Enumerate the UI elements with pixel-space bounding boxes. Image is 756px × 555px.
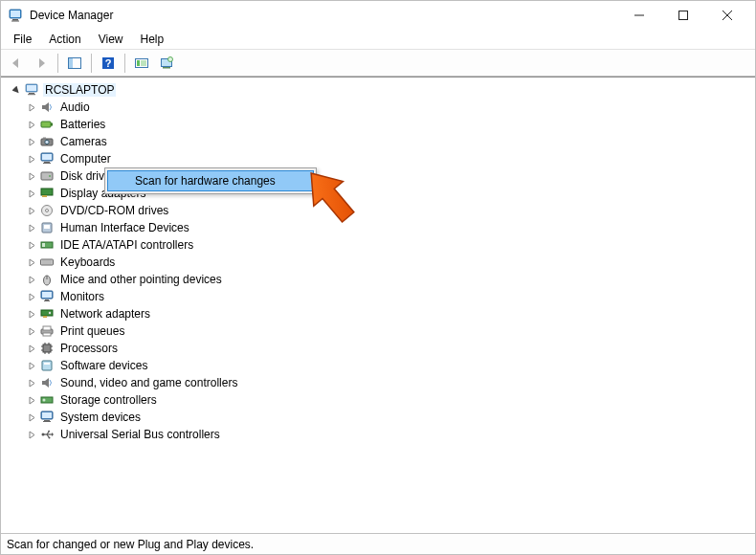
back-button[interactable] xyxy=(5,52,28,75)
status-text: Scan for changed or new Plug and Play de… xyxy=(7,538,254,551)
svg-rect-20 xyxy=(29,93,34,94)
tree-node-label: Universal Serial Bus controllers xyxy=(58,428,222,441)
expander-icon[interactable] xyxy=(26,291,37,302)
svg-rect-30 xyxy=(43,163,51,164)
expander-icon[interactable] xyxy=(26,274,37,285)
tree-node[interactable]: Processors xyxy=(1,340,755,357)
forward-button[interactable] xyxy=(30,52,53,75)
svg-rect-38 xyxy=(44,225,50,229)
tree-node[interactable]: DVD/CD-ROM drives xyxy=(1,202,755,219)
context-menu: Scan for hardware changes xyxy=(104,167,317,194)
expander-icon[interactable] xyxy=(26,188,37,199)
device-category-icon xyxy=(39,100,55,115)
expander-icon[interactable] xyxy=(26,170,37,182)
expander-icon[interactable] xyxy=(26,153,37,165)
tree-node[interactable]: Monitors xyxy=(1,288,755,305)
expander-icon[interactable] xyxy=(26,411,37,423)
tree-node[interactable]: Storage controllers xyxy=(1,391,755,409)
expander-icon[interactable] xyxy=(26,239,37,251)
svg-rect-54 xyxy=(43,326,51,330)
svg-rect-56 xyxy=(43,344,51,352)
tree-node-label: Processors xyxy=(58,342,120,355)
svg-rect-16 xyxy=(163,67,170,69)
tree-node[interactable]: Audio xyxy=(1,99,755,116)
expander-icon[interactable] xyxy=(26,308,37,320)
tree-node[interactable]: Cameras xyxy=(1,133,755,150)
tree-root-node[interactable]: RCSLAPTOP xyxy=(1,81,755,99)
context-menu-item-label: Scan for hardware changes xyxy=(135,174,276,188)
device-category-icon xyxy=(39,358,55,373)
svg-rect-5 xyxy=(679,11,688,20)
tree-node[interactable]: Computer xyxy=(1,150,755,167)
tree-node[interactable]: Software devices xyxy=(1,357,755,374)
svg-rect-47 xyxy=(42,292,52,298)
menu-help[interactable]: Help xyxy=(132,31,173,48)
tree-node-label: Sound, video and game controllers xyxy=(58,376,239,389)
expander-icon[interactable] xyxy=(11,84,22,96)
svg-rect-9 xyxy=(69,58,73,68)
svg-rect-13 xyxy=(137,60,140,66)
help-button[interactable]: ? xyxy=(97,52,120,75)
scan-hardware-button[interactable] xyxy=(130,52,153,75)
expander-icon[interactable] xyxy=(26,119,37,130)
svg-rect-28 xyxy=(42,154,52,160)
expander-icon[interactable] xyxy=(26,205,37,216)
svg-rect-75 xyxy=(48,431,50,433)
svg-point-76 xyxy=(49,437,51,439)
expander-icon[interactable] xyxy=(26,136,37,147)
menu-view[interactable]: View xyxy=(90,31,132,48)
tree-node-label: Mice and other pointing devices xyxy=(58,273,224,286)
tree-node[interactable]: Sound, video and game controllers xyxy=(1,374,755,391)
device-category-icon xyxy=(39,427,55,442)
menubar: File Action View Help xyxy=(1,30,755,50)
expander-icon[interactable] xyxy=(26,360,37,371)
tree-node[interactable]: Keyboards xyxy=(1,254,755,271)
device-category-icon xyxy=(39,168,55,184)
menu-file[interactable]: File xyxy=(5,31,40,48)
toolbar-separator xyxy=(124,54,125,73)
tree-node[interactable]: Mice and other pointing devices xyxy=(1,271,755,288)
close-button[interactable] xyxy=(705,1,749,30)
expander-icon[interactable] xyxy=(26,394,37,406)
tree-node[interactable]: IDE ATA/ATAPI controllers xyxy=(1,236,755,254)
expander-icon[interactable] xyxy=(26,377,37,388)
device-category-icon xyxy=(39,323,55,339)
tree-node-label: Print queues xyxy=(58,324,126,338)
tree-node[interactable]: Network adapters xyxy=(1,305,755,322)
minimize-button[interactable] xyxy=(617,1,661,30)
maximize-button[interactable] xyxy=(661,1,705,30)
tree-node[interactable]: Universal Serial Bus controllers xyxy=(1,426,755,443)
context-menu-scan-hardware[interactable]: Scan for hardware changes xyxy=(107,170,314,191)
tree-node-label: Network adapters xyxy=(58,307,152,321)
expander-icon[interactable] xyxy=(26,343,37,354)
tree-node[interactable]: Print queues xyxy=(1,322,755,340)
expander-icon[interactable] xyxy=(26,325,37,337)
expander-icon[interactable] xyxy=(26,222,37,233)
device-manager-window: PC.com Device Manager File Ac xyxy=(0,0,756,555)
tree-node[interactable]: Human Interface Devices xyxy=(1,219,755,236)
menu-action[interactable]: Action xyxy=(40,31,89,48)
svg-rect-26 xyxy=(43,138,46,140)
app-icon xyxy=(7,7,24,24)
svg-point-36 xyxy=(46,210,49,212)
tree-node[interactable]: Batteries xyxy=(1,116,755,133)
tree-node-label: Monitors xyxy=(58,290,106,303)
tree-node-label: Batteries xyxy=(58,118,107,131)
device-category-icon xyxy=(39,255,55,270)
add-hardware-button[interactable] xyxy=(155,52,178,75)
device-category-icon xyxy=(39,341,55,356)
expander-icon[interactable] xyxy=(26,101,37,113)
svg-rect-72 xyxy=(43,421,51,422)
svg-rect-65 xyxy=(42,361,52,370)
status-bar: Scan for changed or new Plug and Play de… xyxy=(1,533,755,554)
device-tree[interactable]: RCSLAPTOP AudioBatteriesCamerasComputerD… xyxy=(1,77,755,533)
show-hide-console-tree-button[interactable] xyxy=(63,52,86,75)
svg-point-32 xyxy=(49,175,51,177)
expander-icon[interactable] xyxy=(26,429,37,440)
svg-rect-23 xyxy=(51,123,53,126)
svg-rect-14 xyxy=(141,60,146,66)
svg-text:?: ? xyxy=(105,57,112,69)
expander-icon[interactable] xyxy=(26,256,37,268)
device-category-icon xyxy=(39,289,55,304)
tree-node[interactable]: System devices xyxy=(1,409,755,426)
